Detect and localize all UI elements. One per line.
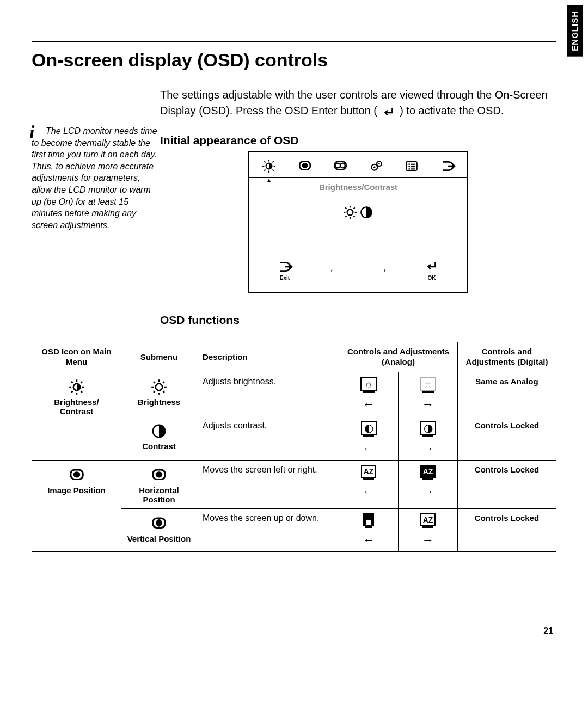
osd-foot-left: ← (309, 264, 358, 277)
osd-tab-position (295, 158, 315, 173)
contrast-icon (358, 205, 375, 219)
osd-section-label: Brightness/Contrast (249, 182, 467, 192)
enter-icon (424, 260, 440, 274)
exit-icon (277, 260, 293, 274)
osd-ok-label: OK (407, 275, 456, 281)
osd-tab-exit (438, 158, 457, 173)
sidenote: i The LCD monitor needs time to become t… (32, 125, 158, 331)
submenu-brightness: Brightness (121, 372, 197, 416)
digital-vpos: Controls Locked (458, 508, 556, 551)
th-description: Description (197, 342, 339, 372)
sidenote-rest: stable the first time you turn it on eac… (32, 138, 157, 230)
analog-right: AZ → (399, 460, 458, 508)
screen-icon (68, 467, 86, 483)
osd-panel: Brightness/Contrast Exit ← → OK (248, 151, 468, 293)
heading-osd-functions: OSD functions (160, 314, 556, 327)
table-row: Brightness/ Contrast Brightness Adjusts … (32, 372, 556, 416)
monitor-light-icon: ☼ (420, 377, 436, 391)
page-number: 21 (543, 626, 553, 636)
monitor-dark-icon: ☼ (360, 377, 377, 391)
osd-functions-table: OSD Icon on Main Menu Submenu Descriptio… (32, 342, 556, 552)
language-tab: ENGLISH (567, 5, 583, 57)
main-icon-brightness-contrast: Brightness/ Contrast (32, 372, 121, 460)
top-rule (32, 41, 556, 42)
table-row: Image Position Horizontal Position Moves… (32, 460, 556, 508)
submenu-label: Horizontal Position (127, 486, 191, 504)
arrow-left-icon: ← (345, 397, 393, 412)
info-icon: i (29, 123, 34, 142)
contrast-icon (150, 423, 168, 439)
submenu-label: Brightness (127, 397, 191, 407)
monitor-az-down-icon: ▄ (363, 513, 374, 526)
arrow-right-icon: → (404, 442, 452, 456)
desc-hpos: Moves the screen left or right. (197, 460, 339, 508)
osd-foot-exit: Exit (260, 260, 309, 281)
digital-contrast: Controls Locked (458, 416, 556, 460)
monitor-az-up-icon: AZ (420, 513, 436, 526)
desc-brightness: Adjusts brightness. (197, 372, 339, 416)
analog-right: ☼ → (399, 372, 458, 416)
osd-exit-label: Exit (260, 275, 309, 281)
osd-tab-setup (366, 158, 386, 173)
analog-left: ▄ ← (339, 508, 399, 551)
main-label: Brightness/ Contrast (38, 397, 115, 416)
monitor-contrast-high-icon: ◑ (420, 421, 436, 435)
screen-v-icon (150, 516, 168, 532)
analog-left: AZ ← (339, 460, 399, 508)
osd-tab-options (402, 158, 421, 173)
analog-left: ☼ ← (339, 372, 399, 416)
sun-half-icon (68, 379, 86, 395)
osd-submenu-icons (249, 203, 467, 219)
th-submenu: Submenu (121, 342, 197, 372)
digital-hpos: Controls Locked (458, 460, 556, 508)
desc-contrast: Adjusts contrast. (197, 416, 339, 460)
intro-paragraph: The settings adjustable with the user co… (160, 87, 556, 119)
arrow-right-icon: → (404, 533, 452, 547)
osd-tab-row (249, 152, 467, 178)
th-digital: Controls and Adjustments (Digital) (458, 342, 556, 372)
submenu-label: Contrast (127, 442, 191, 451)
osd-tab-color (330, 158, 350, 173)
analog-left: ◐ ← (339, 416, 399, 460)
sun-icon (150, 379, 168, 395)
monitor-az-left-icon: AZ (361, 465, 377, 478)
enter-icon (381, 105, 397, 120)
th-analog: Controls and Adjustments (Analog) (339, 342, 458, 372)
heading-initial-appearance: Initial appearance of OSD (160, 134, 556, 147)
arrow-left-icon: ← (345, 485, 393, 499)
desc-vpos: Moves the screen up or down. (197, 508, 339, 551)
main-label: Image Position (38, 486, 115, 495)
monitor-az-right-icon: AZ (420, 465, 436, 478)
arrow-right-icon: → (404, 485, 452, 499)
monitor-contrast-low-icon: ◐ (361, 421, 377, 435)
arrow-left-icon: ← (345, 442, 393, 456)
analog-right: ◑ → (399, 416, 458, 460)
screen-h-icon (150, 467, 168, 483)
sun-icon (342, 205, 358, 219)
submenu-contrast: Contrast (121, 416, 197, 460)
osd-foot-ok: OK (407, 260, 456, 281)
page-title: On-screen display (OSD) controls (32, 50, 556, 71)
digital-brightness: Same as Analog (458, 372, 556, 416)
submenu-vpos: Vertical Position (121, 508, 197, 551)
main-icon-image-position: Image Position (32, 460, 121, 551)
osd-foot-right: → (358, 264, 407, 277)
submenu-label: Vertical Position (127, 534, 191, 543)
analog-right: AZ → (399, 508, 458, 551)
arrow-left-icon: ← (345, 533, 393, 547)
osd-tab-brightness (259, 158, 279, 173)
th-icon: OSD Icon on Main Menu (32, 342, 121, 372)
intro-post: ) to activate the OSD. (400, 105, 504, 117)
arrow-right-icon: → (404, 397, 452, 412)
submenu-hpos: Horizontal Position (121, 460, 197, 508)
